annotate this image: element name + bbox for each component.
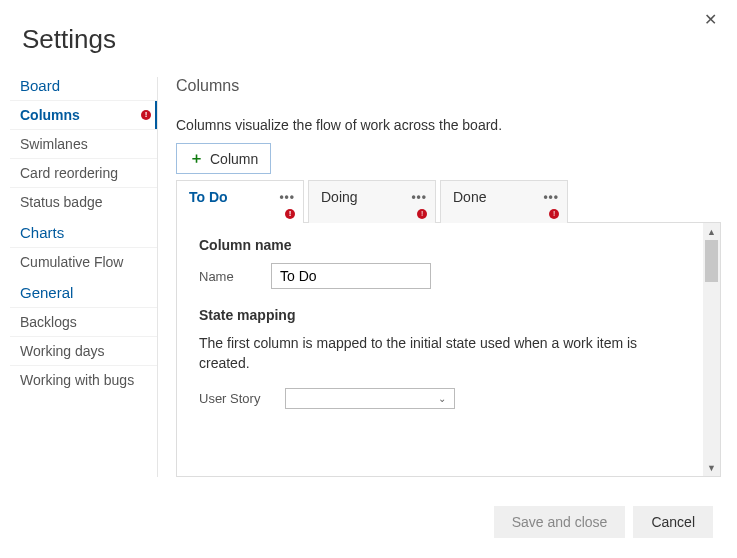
section-state-mapping: State mapping	[199, 307, 685, 323]
sidebar-item-label: Cumulative Flow	[20, 254, 123, 270]
sidebar-item-label: Working days	[20, 343, 105, 359]
sidebar-item-status-badge[interactable]: Status badge	[10, 187, 157, 216]
cancel-button[interactable]: Cancel	[633, 506, 713, 538]
sidebar-item-label: Working with bugs	[20, 372, 134, 388]
tab-doing[interactable]: Doing ••• !	[308, 180, 436, 223]
plus-icon: ＋	[189, 149, 204, 168]
settings-sidebar: Board Columns ! Swimlanes Card reorderin…	[10, 77, 158, 477]
scroll-down-icon[interactable]: ▼	[703, 459, 720, 476]
add-column-label: Column	[210, 151, 258, 167]
error-badge-icon: !	[285, 209, 295, 219]
tab-done[interactable]: Done ••• !	[440, 180, 568, 223]
dialog-footer: Save and close Cancel	[494, 506, 713, 538]
panel-main: Columns Columns visualize the flow of wo…	[158, 77, 737, 477]
sidebar-item-working-days[interactable]: Working days	[10, 336, 157, 365]
panel-description: Columns visualize the flow of work acros…	[176, 117, 721, 143]
sidebar-item-card-reordering[interactable]: Card reordering	[10, 158, 157, 187]
sidebar-group-general: General	[10, 276, 157, 307]
column-tabs: To Do ••• ! Doing ••• ! Done ••• !	[176, 180, 721, 223]
panel-title: Columns	[176, 77, 721, 117]
tab-content: Column name Name State mapping The first…	[177, 223, 703, 476]
sidebar-item-label: Swimlanes	[20, 136, 88, 152]
tab-label: To Do	[189, 189, 228, 205]
sidebar-item-working-with-bugs[interactable]: Working with bugs	[10, 365, 157, 394]
user-story-select[interactable]: ⌄	[285, 388, 455, 409]
sidebar-item-columns[interactable]: Columns !	[10, 100, 157, 129]
name-label: Name	[199, 269, 255, 284]
scroll-up-icon[interactable]: ▲	[703, 223, 720, 240]
sidebar-group-charts: Charts	[10, 216, 157, 247]
close-icon[interactable]: ✕	[700, 8, 721, 32]
section-column-name: Column name	[199, 237, 685, 253]
vertical-scrollbar[interactable]: ▲ ▼	[703, 223, 720, 476]
tab-label: Done	[453, 189, 486, 205]
sidebar-item-backlogs[interactable]: Backlogs	[10, 307, 157, 336]
scroll-thumb[interactable]	[705, 240, 718, 282]
sidebar-item-label: Columns	[20, 107, 80, 123]
sidebar-item-label: Backlogs	[20, 314, 77, 330]
sidebar-item-label: Card reordering	[20, 165, 118, 181]
add-column-button[interactable]: ＋ Column	[176, 143, 271, 174]
state-mapping-description: The first column is mapped to the initia…	[199, 333, 685, 374]
column-name-input[interactable]	[271, 263, 431, 289]
error-badge-icon: !	[141, 110, 151, 120]
tab-label: Doing	[321, 189, 358, 205]
sidebar-item-swimlanes[interactable]: Swimlanes	[10, 129, 157, 158]
more-icon[interactable]: •••	[411, 190, 427, 204]
dialog-title: Settings	[0, 0, 737, 77]
sidebar-item-cumulative-flow[interactable]: Cumulative Flow	[10, 247, 157, 276]
user-story-label: User Story	[199, 391, 269, 406]
tab-to-do[interactable]: To Do ••• !	[176, 180, 304, 223]
error-badge-icon: !	[417, 209, 427, 219]
sidebar-item-label: Status badge	[20, 194, 103, 210]
sidebar-group-board: Board	[10, 77, 157, 100]
error-badge-icon: !	[549, 209, 559, 219]
chevron-down-icon: ⌄	[438, 393, 446, 404]
save-and-close-button[interactable]: Save and close	[494, 506, 626, 538]
more-icon[interactable]: •••	[543, 190, 559, 204]
more-icon[interactable]: •••	[279, 190, 295, 204]
